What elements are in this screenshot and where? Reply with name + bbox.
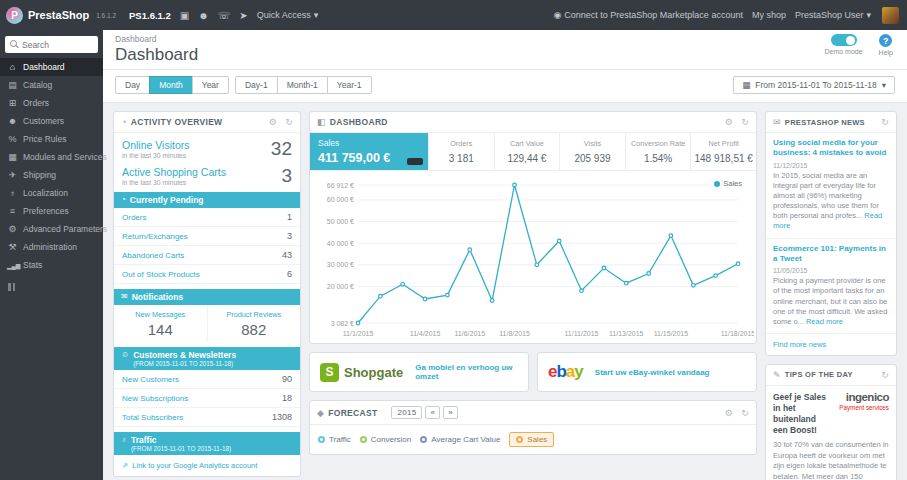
- traffic-header: ♁ Traffic (FROM 2015-11-01 TO 2015-11-18…: [114, 432, 300, 455]
- active-carts-sub: in the last 30 minutes: [122, 179, 226, 186]
- pending-row: Out of Stock Products 6: [114, 265, 300, 284]
- user-avatar[interactable]: [882, 7, 899, 24]
- shopgate-promo-link[interactable]: Ga mobiel en verhoog uw omzet: [415, 363, 518, 381]
- forecast-legend-traffic[interactable]: Traffic: [318, 435, 351, 444]
- sidebar-item-price-rules[interactable]: % Price Rules: [0, 130, 103, 148]
- product-reviews-value: 882: [210, 321, 299, 338]
- refresh-icon[interactable]: ↻: [285, 117, 293, 127]
- gear-icon[interactable]: ⚙: [269, 117, 277, 127]
- out-of-stock-link[interactable]: Out of Stock Products: [122, 270, 200, 279]
- sidebar-item-label: Dashboard: [23, 62, 65, 72]
- month-minus-1-button[interactable]: Month-1: [277, 76, 328, 94]
- day-minus-1-button[interactable]: Day-1: [235, 76, 278, 94]
- help-control: ? Help: [879, 34, 893, 56]
- rocket-icon[interactable]: ➤: [239, 10, 247, 21]
- refresh-icon[interactable]: ↻: [881, 370, 889, 380]
- sales-mini-badge: [407, 158, 423, 165]
- sidebar-item-catalog[interactable]: ▤ Catalog: [0, 76, 103, 94]
- product-reviews-cell[interactable]: Product Reviews 882: [207, 305, 301, 342]
- my-shop-link[interactable]: My shop: [752, 10, 786, 20]
- traffic-dot-icon: [318, 436, 325, 443]
- year-button[interactable]: Year: [192, 76, 229, 94]
- help-label: Help: [879, 49, 893, 56]
- forecast-legend-average-cart-value[interactable]: Average Cart Value: [420, 435, 500, 444]
- date-range-button[interactable]: ▦ From 2015-11-01 To 2015-11-18 ▾: [733, 76, 895, 94]
- marketplace-link[interactable]: ◉ Connect to PrestaShop Marketplace acco…: [553, 10, 742, 20]
- sidebar-item-shipping[interactable]: ✈ Shipping: [0, 166, 103, 184]
- new-subscriptions-link[interactable]: New Subscriptions: [122, 394, 188, 403]
- sidebar-item-customers[interactable]: ☻ Customers: [0, 112, 103, 130]
- kpi-tab-visits[interactable]: Visits 205 939: [559, 133, 625, 170]
- sidebar-item-label: Localization: [23, 188, 68, 198]
- sidebar-item-localization[interactable]: ♁ Localization: [0, 184, 103, 202]
- ebay-logo[interactable]: ebay: [548, 362, 583, 382]
- help-icon[interactable]: ?: [879, 34, 892, 47]
- refresh-icon[interactable]: ↻: [741, 117, 749, 127]
- find-more-news-link[interactable]: Find more news: [766, 334, 896, 355]
- sidebar-item-administration[interactable]: ⚒ Administration: [0, 238, 103, 256]
- demo-mode-toggle[interactable]: [831, 34, 857, 46]
- shopgate-logo[interactable]: S Shopgate: [320, 363, 403, 382]
- new-customers-link[interactable]: New Customers: [122, 375, 179, 384]
- person-icon[interactable]: ☻: [198, 10, 209, 21]
- news-headline-link[interactable]: Ecommerce 101: Payments in a Tweet: [773, 244, 889, 265]
- orders-link[interactable]: Orders: [122, 213, 146, 222]
- new-subscriptions-value: 18: [282, 393, 292, 403]
- ingenico-wordmark: ingenico: [837, 392, 889, 404]
- sidebar-item-stats[interactable]: ▂▄▆ Stats: [0, 256, 103, 274]
- forecast-year-select[interactable]: 2015: [391, 406, 422, 419]
- customers-newsletters-header: ☺ Customers & Newsletters (FROM 2015-11-…: [114, 347, 300, 370]
- gear-icon[interactable]: ⚙: [725, 408, 733, 418]
- prestashop-logo[interactable]: P PrestaShop 1.6.1.2: [6, 7, 116, 24]
- forecast-legend-conversion[interactable]: Conversion: [360, 435, 411, 444]
- header-tools: Demo mode ? Help: [824, 34, 893, 56]
- online-visitors-link[interactable]: Online Visitors: [122, 139, 190, 151]
- abandoned-carts-link[interactable]: Abandoned Carts: [122, 251, 184, 260]
- chart-legend[interactable]: Sales: [714, 179, 742, 188]
- news-headline-link[interactable]: Using social media for your business: 4 …: [773, 138, 889, 159]
- forecast-prev-button[interactable]: «: [425, 406, 440, 419]
- sidebar-item-preferences[interactable]: ≡ Preferences: [0, 202, 103, 220]
- main-area: Dashboard Dashboard Demo mode ? Help Day…: [103, 30, 907, 480]
- forecast-legend-sales[interactable]: Sales: [509, 432, 554, 447]
- support-icon[interactable]: ☏: [218, 10, 231, 21]
- sidebar-item-dashboard[interactable]: ⌂ Dashboard: [0, 58, 103, 76]
- ebay-promo-link[interactable]: Start uw eBay-winkel vandaag: [595, 368, 710, 377]
- active-carts-link[interactable]: Active Shopping Carts: [122, 166, 226, 178]
- online-visitors-sub: in the last 30 minutes: [122, 152, 190, 159]
- cart-value-value: 129,44 €: [497, 153, 558, 164]
- kpi-tab-sales[interactable]: Sales 411 759,00 €: [310, 133, 428, 170]
- cart-icon[interactable]: ▣: [180, 10, 189, 21]
- sidebar-collapse-button[interactable]: [0, 274, 103, 300]
- sidebar-item-orders[interactable]: ⊞ Orders: [0, 94, 103, 112]
- sidebar-item-advanced-parameters[interactable]: ⚙ Advanced Parameters: [0, 220, 103, 238]
- quick-access-menu[interactable]: Quick Access ▾: [257, 10, 319, 20]
- kpi-tab-net-profit[interactable]: Net Profit 148 918,51 €: [690, 133, 756, 170]
- conversion-legend-label: Conversion: [371, 435, 411, 444]
- google-analytics-link[interactable]: ⇗ Link to your Google Analytics account: [114, 455, 300, 476]
- sidebar-item-label: Administration: [23, 242, 77, 252]
- read-more-link[interactable]: Read more: [806, 317, 843, 326]
- kpi-tab-conversion-rate[interactable]: Conversion Rate 1.54%: [625, 133, 691, 170]
- month-button[interactable]: Month: [149, 76, 193, 94]
- total-subscribers-link[interactable]: Total Subscribers: [122, 413, 183, 422]
- svg-text:11/15/2015: 11/15/2015: [654, 330, 689, 337]
- year-minus-1-button[interactable]: Year-1: [327, 76, 372, 94]
- module-promos: S Shopgate Ga mobiel en verhoog uw omzet…: [309, 352, 757, 400]
- day-button[interactable]: Day: [115, 76, 150, 94]
- refresh-icon[interactable]: ↻: [881, 117, 889, 127]
- tips-text: 30 tot 70% van de consumenten in Europa …: [773, 440, 889, 480]
- user-icon: ☺: [121, 350, 129, 359]
- new-messages-cell[interactable]: New Messages 144: [114, 305, 207, 342]
- visits-label: Visits: [562, 139, 623, 148]
- returns-link[interactable]: Return/Exchanges: [122, 232, 188, 241]
- user-menu[interactable]: PrestaShop User ▾: [795, 10, 871, 20]
- gear-icon[interactable]: ⚙: [725, 117, 733, 127]
- home-icon: ⌂: [7, 62, 18, 72]
- period-button-group: Day Month Year: [115, 76, 229, 94]
- sidebar-item-modules[interactable]: ▦ Modules and Services: [0, 148, 103, 166]
- kpi-tab-orders[interactable]: Orders 3 181: [428, 133, 494, 170]
- kpi-tab-cart-value[interactable]: Cart Value 129,44 €: [494, 133, 560, 170]
- refresh-icon[interactable]: ↻: [741, 408, 749, 418]
- forecast-next-button[interactable]: »: [443, 406, 458, 419]
